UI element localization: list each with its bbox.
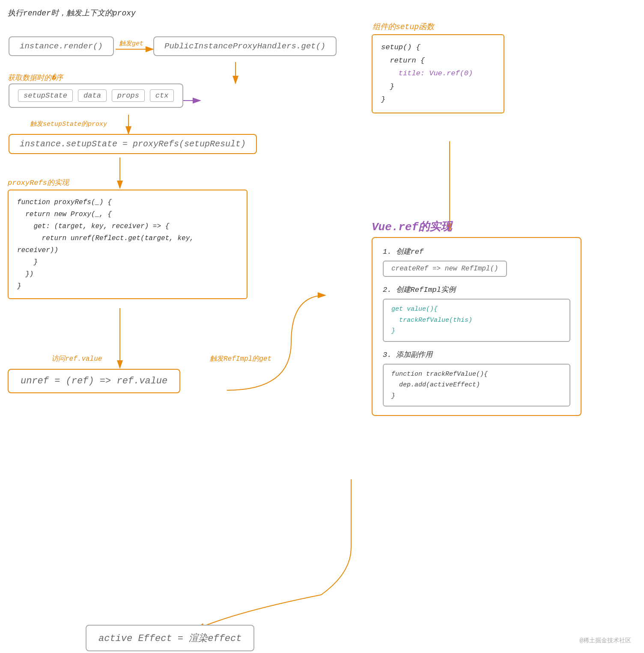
create-refimpl-label: 2. 创建RefImpl实例 (383, 285, 570, 294)
data-flow-box: setupState data props ctx (9, 83, 183, 108)
top-desc-label: 执行render时，触发上下文的proxy (8, 8, 136, 18)
track-ref-block: function trackRefValue(){ dep.add(active… (383, 364, 570, 407)
active-effect-box: active Effect = 渲染effect (86, 625, 254, 651)
data-order-label: 获取数据时的�序 (8, 73, 63, 83)
instance-setupstate-box: instance.setupState = proxyRefs(setupRes… (9, 134, 257, 154)
flow-item-data: data (78, 89, 107, 102)
proxyrefs-code-block: function proxyRefs(_) { return new Proxy… (8, 190, 247, 299)
proxyrefs-impl-label: proxyRefs的实现 (8, 178, 69, 187)
public-proxy-box: PublicInstanceProxyHandlers.get() (153, 36, 337, 56)
add-side-effect-label: 3. 添加副作用 (383, 350, 570, 359)
watermark: @稀土掘金技术社区 (580, 637, 631, 644)
unref-box: unref = (ref) => ref.value (8, 369, 180, 393)
setup-code-block: setup() { return { title: Vue.ref(0) } } (372, 34, 504, 113)
diagram-container: 执行render时，触发上下文的proxy instance.render() … (0, 0, 644, 653)
vue-ref-impl-box: 1. 创建ref createRef => new RefImpl() 2. 创… (372, 237, 581, 416)
create-ref-box: createRef => new RefImpl() (383, 261, 507, 277)
create-ref-label: 1. 创建ref (383, 246, 570, 256)
flow-item-setupstate: setupState (18, 89, 73, 102)
vue-ref-impl-label: Vue.ref的实现 (372, 219, 452, 234)
setup-fn-label: 组件的setup函数 (373, 21, 434, 32)
trigger-setupstate-label: 触发setupState的proxy (30, 120, 107, 128)
get-value-block: get value(){ trackRefValue(this) } (383, 299, 570, 342)
trigger-refimpl-get-label: 触发RefImpl的get (210, 354, 271, 363)
flow-item-props: props (112, 89, 145, 102)
flow-item-ctx: ctx (150, 89, 174, 102)
instance-render-box: instance.render() (9, 36, 114, 56)
trigger-get-label: 触发get (119, 39, 143, 47)
visit-ref-value-label: 访问ref.value (51, 354, 102, 363)
